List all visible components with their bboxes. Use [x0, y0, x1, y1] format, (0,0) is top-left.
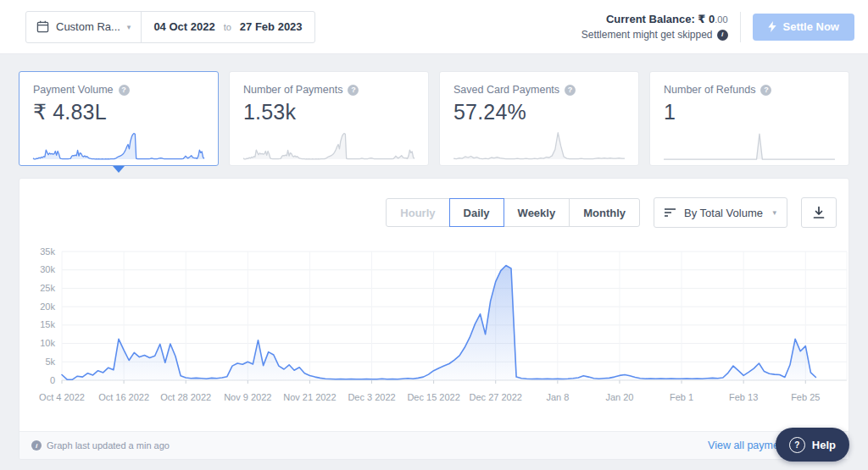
card-value: ₹ 4.83L [33, 100, 204, 124]
svg-text:35k: 35k [40, 246, 55, 257]
svg-text:10k: 10k [40, 338, 55, 348]
help-icon[interactable]: ? [565, 85, 576, 96]
number-of-refunds-sparkline [662, 127, 837, 161]
topbar: Custom Ra... ▾ 04 Oct 2022 to 27 Feb 202… [0, 0, 868, 54]
svg-text:Nov 9 2022: Nov 9 2022 [224, 392, 271, 402]
divider [740, 12, 741, 42]
help-icon[interactable]: ? [348, 85, 359, 96]
svg-text:Oct 4 2022: Oct 4 2022 [39, 392, 85, 402]
chevron-down-icon: ▾ [772, 208, 776, 217]
svg-text:Dec 27 2022: Dec 27 2022 [470, 392, 522, 402]
help-button[interactable]: ? Help [776, 428, 849, 462]
date-range-preset[interactable]: Custom Ra... ▾ [26, 12, 141, 42]
date-from: 04 Oct 2022 [153, 20, 214, 33]
stat-cards-row: Payment Volume ? ₹ 4.83L Number of Payme… [19, 71, 849, 166]
chevron-down-icon: ▾ [127, 23, 131, 31]
card-label: Number of Refunds [664, 84, 755, 96]
card-label: Saved Card Payments [453, 84, 559, 96]
date-to: 27 Feb 2023 [240, 20, 303, 33]
chart-controls: Hourly Daily Weekly Monthly By Total Vol… [386, 197, 837, 228]
card-value: 1 [664, 100, 835, 124]
svg-text:15k: 15k [40, 319, 55, 329]
card-payment-volume[interactable]: Payment Volume ? ₹ 4.83L [19, 71, 219, 166]
svg-text:Dec 15 2022: Dec 15 2022 [407, 392, 459, 402]
svg-text:Oct 28 2022: Oct 28 2022 [160, 392, 211, 402]
svg-text:Oct 16 2022: Oct 16 2022 [98, 392, 149, 402]
tab-hourly[interactable]: Hourly [386, 198, 449, 227]
download-button[interactable] [801, 197, 837, 228]
svg-text:30k: 30k [40, 264, 55, 274]
info-icon: i [31, 440, 42, 451]
current-balance: Current Balance: ₹ 0.00 [581, 11, 728, 28]
metric-dropdown-label: By Total Volume [684, 207, 765, 219]
tab-weekly[interactable]: Weekly [504, 198, 570, 227]
tab-daily[interactable]: Daily [449, 198, 504, 227]
svg-text:Feb 13: Feb 13 [729, 392, 758, 402]
svg-text:Nov 21 2022: Nov 21 2022 [283, 392, 336, 402]
svg-text:20k: 20k [40, 301, 55, 312]
calendar-icon [36, 20, 49, 33]
sort-icon [665, 207, 676, 218]
svg-text:5k: 5k [45, 357, 55, 367]
chart-footer: i Graph last updated a min ago View all … [19, 431, 849, 459]
svg-text:Feb 1: Feb 1 [670, 392, 693, 402]
date-to-word: to [224, 22, 231, 32]
svg-text:Jan 20: Jan 20 [605, 392, 633, 402]
svg-text:25k: 25k [40, 283, 55, 293]
date-range-values[interactable]: 04 Oct 2022 to 27 Feb 2023 [141, 12, 314, 42]
tab-monthly[interactable]: Monthly [569, 198, 640, 227]
card-label: Payment Volume [33, 84, 114, 96]
payment-volume-sparkline [31, 127, 206, 161]
question-icon: ? [789, 437, 805, 453]
settle-now-button[interactable]: Settle Now [753, 14, 854, 41]
settlement-note: Settlement might get skippedi [581, 27, 728, 42]
metric-dropdown[interactable]: By Total Volume ▾ [654, 197, 787, 228]
svg-text:Dec 3 2022: Dec 3 2022 [348, 392, 395, 402]
info-icon[interactable]: i [717, 30, 728, 41]
number-of-payments-sparkline [242, 127, 416, 161]
card-label: Number of Payments [243, 84, 342, 96]
card-number-of-payments[interactable]: Number of Payments ? 1.53k [229, 71, 429, 166]
card-number-of-refunds[interactable]: Number of Refunds ? 1 [649, 71, 849, 166]
balance-area: Current Balance: ₹ 0.00 Settlement might… [581, 11, 854, 43]
chart-panel: Hourly Daily Weekly Monthly By Total Vol… [19, 178, 849, 460]
card-saved-card-payments[interactable]: Saved Card Payments ? 57.24% [439, 71, 639, 166]
svg-text:0: 0 [50, 375, 55, 385]
download-icon [812, 206, 826, 219]
date-range-preset-label: Custom Ra... [56, 20, 120, 33]
payment-volume-chart[interactable]: 05k10k15k20k25k30k35kOct 4 2022Oct 16 20… [19, 243, 850, 417]
help-icon[interactable]: ? [119, 85, 130, 96]
date-range-picker[interactable]: Custom Ra... ▾ 04 Oct 2022 to 27 Feb 202… [25, 11, 315, 43]
last-updated: i Graph last updated a min ago [31, 440, 170, 451]
svg-text:Jan 8: Jan 8 [546, 392, 569, 402]
balance-block: Current Balance: ₹ 0.00 Settlement might… [581, 11, 728, 43]
card-value: 57.24% [453, 100, 625, 124]
card-value: 1.53k [243, 100, 415, 124]
lightning-icon [768, 21, 776, 32]
saved-card-payments-sparkline [452, 127, 626, 161]
help-icon[interactable]: ? [760, 85, 771, 96]
granularity-tabs: Hourly Daily Weekly Monthly [386, 198, 640, 227]
svg-text:Feb 25: Feb 25 [791, 392, 820, 402]
